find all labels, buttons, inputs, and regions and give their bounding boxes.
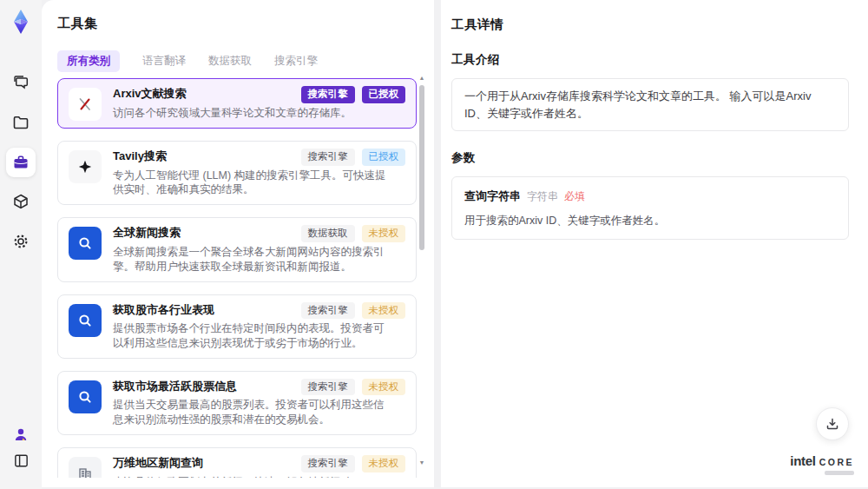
tool-description: 全球新闻搜索是一个聚合全球各大新闻网站内容的搜索引擎。帮助用户快速获取全球最新资… [113, 245, 405, 274]
status-badge: 已授权 [362, 86, 406, 103]
panel-toggle-icon [13, 453, 30, 469]
sidebar-item-profile[interactable] [6, 420, 36, 449]
tool-description: 专为人工智能代理 (LLM) 构建的搜索引擎工具。可快速提供实时、准确和真实的结… [113, 169, 405, 198]
category-badge: 搜索引擎 [301, 455, 355, 472]
tool-card-sector-performance[interactable]: 获取股市各行业表现 搜索引擎 未授权 提供股票市场各个行业在特定时间段内的表现。… [57, 294, 417, 359]
details-title: 工具详情 [451, 17, 849, 33]
app-logo [6, 7, 36, 36]
status-badge: 未授权 [362, 455, 406, 472]
tool-title: Arxiv文献搜索 [113, 86, 294, 101]
param-description: 用于搜索的Arxiv ID、关键字或作者姓名。 [464, 213, 836, 229]
params-heading: 参数 [451, 150, 849, 166]
brand-subtext-bar [825, 471, 854, 475]
tool-title: 获取股市各行业表现 [113, 302, 294, 317]
download-button[interactable] [816, 407, 849, 440]
tool-description: 查询具体行政区划内的新闻，快速了解各地新闻动 [113, 475, 405, 479]
tool-details-panel: 工具详情 工具介绍 一个用于从Arxiv存储库搜索科学论文和文章的工具。 输入可… [441, 0, 868, 487]
status-badge: 未授权 [362, 379, 406, 396]
core-wordmark: CORE [819, 457, 854, 467]
category-tabs: 所有类别 语言翻译 数据获取 搜索引擎 [57, 50, 418, 72]
tool-card-tavily[interactable]: Tavily搜索 搜索引擎 已授权 专为人工智能代理 (LLM) 构建的搜索引擎… [57, 141, 417, 205]
category-badge: 数据获取 [301, 225, 355, 242]
scroll-up-icon[interactable]: ▲ [418, 75, 425, 82]
building-icon [69, 457, 102, 478]
sidebar-item-chat[interactable] [6, 68, 36, 97]
tool-description: 访问各个研究领域大量科学论文和文章的存储库。 [113, 106, 405, 121]
scrollbar-thumb[interactable] [419, 85, 424, 250]
tool-card-most-active-stocks[interactable]: 获取市场最活跃股票信息 搜索引擎 未授权 提供当天交易量最高的股票列表。投资者可… [57, 371, 417, 435]
news-magnifier-icon [69, 304, 102, 337]
tavily-star-icon [69, 150, 102, 183]
sidebar-item-collapse[interactable] [6, 446, 36, 475]
status-badge: 未授权 [362, 302, 406, 320]
news-magnifier-icon [69, 227, 102, 260]
tab-search-engine[interactable]: 搜索引擎 [274, 50, 318, 72]
tool-description: 提供当天交易量最高的股票列表。投资者可以利用这些信息来识别流动性强的股票和潜在的… [113, 398, 405, 427]
param-required-badge: 必填 [564, 188, 585, 204]
tool-title: Tavily搜索 [113, 149, 294, 163]
sidebar-item-packages[interactable] [6, 187, 36, 216]
param-type: 字符串 [527, 188, 558, 204]
sidebar-item-tools[interactable] [6, 148, 36, 177]
download-icon [825, 417, 839, 431]
tool-card-global-news[interactable]: 全球新闻搜索 数据获取 未授权 全球新闻搜索是一个聚合全球各大新闻网站内容的搜索… [57, 217, 417, 281]
toolset-panel: 工具集 所有类别 语言翻译 数据获取 搜索引擎 Arxiv文献搜索 [42, 0, 434, 487]
category-badge: 搜索引擎 [301, 302, 355, 320]
tool-title: 万维地区新闻查询 [113, 455, 294, 470]
cube-icon [12, 193, 30, 210]
category-badge: 搜索引擎 [301, 379, 355, 396]
intro-heading: 工具介绍 [451, 52, 849, 68]
arxiv-logo-icon [69, 88, 102, 121]
list-scrollbar[interactable]: ▲ ▼ [418, 75, 425, 479]
param-name: 查询字符串 [464, 188, 521, 205]
category-badge: 搜索引擎 [301, 149, 355, 166]
folder-icon [12, 114, 30, 131]
intel-wordmark: intel [790, 453, 815, 468]
scroll-down-icon[interactable]: ▼ [418, 459, 425, 466]
briefcase-icon [12, 154, 30, 171]
tool-description: 提供股票市场各个行业在特定时间段内的表现。投资者可以利用这些信息来识别表现优于或… [113, 321, 405, 351]
gear-icon [12, 233, 30, 250]
intro-card: 一个用于从Arxiv存储库搜索科学论文和文章的工具。 输入可以是Arxiv ID… [451, 78, 849, 131]
category-badge: 搜索引擎 [301, 86, 355, 103]
intel-core-logo: intel CORE [790, 453, 854, 475]
tab-language-translation[interactable]: 语言翻译 [142, 50, 186, 72]
toolset-title: 工具集 [57, 16, 418, 32]
sidebar-rail [0, 0, 42, 489]
tool-card-arxiv[interactable]: Arxiv文献搜索 搜索引擎 已授权 访问各个研究领域大量科学论文和文章的存储库… [57, 78, 417, 129]
status-badge: 未授权 [362, 225, 406, 242]
tool-title: 全球新闻搜索 [113, 225, 294, 240]
gem-logo-icon [10, 9, 32, 35]
chat-icon [12, 74, 30, 91]
tool-card-regional-news[interactable]: 万维地区新闻查询 搜索引擎 未授权 查询具体行政区划内的新闻，快速了解各地新闻动 [57, 447, 417, 478]
param-card: 查询字符串 字符串 必填 用于搜索的Arxiv ID、关键字或作者姓名。 [451, 176, 849, 240]
tool-title: 获取市场最活跃股票信息 [113, 379, 294, 393]
tool-list: Arxiv文献搜索 搜索引擎 已授权 访问各个研究领域大量科学论文和文章的存储库… [57, 78, 418, 478]
tab-data-fetch[interactable]: 数据获取 [208, 50, 252, 72]
news-magnifier-icon [69, 380, 102, 413]
status-badge: 已授权 [362, 149, 406, 166]
user-icon [12, 426, 30, 443]
tab-all-categories[interactable]: 所有类别 [57, 50, 120, 72]
sidebar-item-files[interactable] [6, 108, 36, 137]
sidebar-item-settings[interactable] [6, 227, 36, 256]
